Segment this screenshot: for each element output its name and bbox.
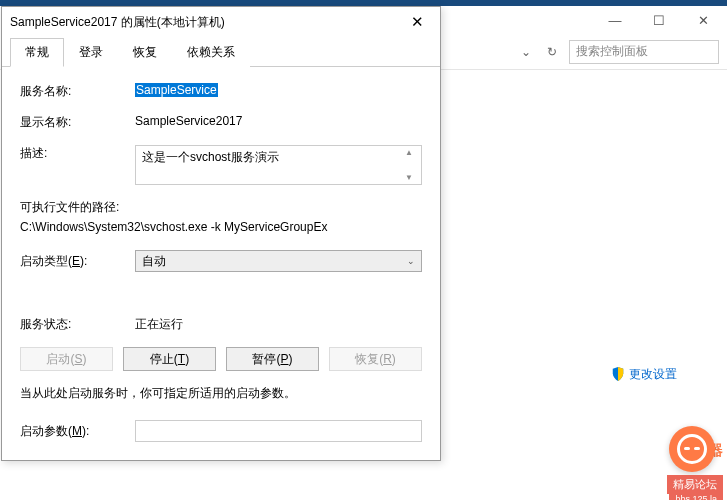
service-control-buttons: 启动(S) 停止(T) 暂停(P) 恢复(R) <box>20 347 422 371</box>
stop-button[interactable]: 停止(T) <box>123 347 216 371</box>
tab-general[interactable]: 常规 <box>10 38 64 67</box>
startup-type-select[interactable]: 自动 ⌄ <box>135 250 422 272</box>
param-label: 启动参数(M): <box>20 423 135 440</box>
tab-recovery[interactable]: 恢复 <box>118 38 172 67</box>
minimize-button[interactable]: — <box>593 6 637 34</box>
status-value: 正在运行 <box>135 316 422 333</box>
dialog-body: 服务名称: SampleService 显示名称: SampleService2… <box>2 67 440 460</box>
dialog-close-button[interactable]: ✕ <box>398 8 436 36</box>
service-properties-dialog: SampleService2017 的属性(本地计算机) ✕ 常规 登录 恢复 … <box>1 6 441 461</box>
tab-dependencies[interactable]: 依赖关系 <box>172 38 250 67</box>
param-input[interactable] <box>135 420 422 442</box>
watermark-logo-icon <box>669 426 715 472</box>
maximize-button[interactable]: ☐ <box>637 6 681 34</box>
watermark-forum: 精易论坛 <box>667 475 723 494</box>
chevron-down-icon: ⌄ <box>407 256 415 266</box>
shield-icon <box>611 367 625 381</box>
dialog-titlebar[interactable]: SampleService2017 的属性(本地计算机) ✕ <box>2 7 440 37</box>
resume-button: 恢复(R) <box>329 347 422 371</box>
change-settings-link[interactable]: 更改设置 <box>611 361 727 387</box>
close-button[interactable]: ✕ <box>681 6 725 34</box>
exe-path-value: C:\Windows\System32\svchost.exe -k MySer… <box>20 220 422 234</box>
service-name-value[interactable]: SampleService <box>135 83 218 97</box>
display-name-label: 显示名称: <box>20 114 135 131</box>
pause-button[interactable]: 暂停(P) <box>226 347 319 371</box>
tab-bar: 常规 登录 恢复 依赖关系 <box>2 37 440 67</box>
status-label: 服务状态: <box>20 316 135 333</box>
description-box[interactable]: 这是一个svchost服务演示 ▲▼ <box>135 145 422 185</box>
startup-hint: 当从此处启动服务时，你可指定所适用的启动参数。 <box>20 385 422 402</box>
dropdown-icon[interactable]: ⌄ <box>517 43 535 61</box>
tab-logon[interactable]: 登录 <box>64 38 118 67</box>
search-input[interactable]: 搜索控制面板 <box>569 40 719 64</box>
service-name-label: 服务名称: <box>20 83 135 100</box>
refresh-icon[interactable]: ↻ <box>543 43 561 61</box>
dialog-title: SampleService2017 的属性(本地计算机) <box>10 14 398 31</box>
watermark-url: bbs.125.la <box>669 494 723 500</box>
start-button: 启动(S) <box>20 347 113 371</box>
startup-type-label: 启动类型(E): <box>20 253 135 270</box>
scroll-arrows-icon[interactable]: ▲▼ <box>405 148 419 182</box>
display-name-value: SampleService2017 <box>135 114 422 128</box>
description-label: 描述: <box>20 145 135 162</box>
exe-path-label: 可执行文件的路径: <box>20 199 422 216</box>
